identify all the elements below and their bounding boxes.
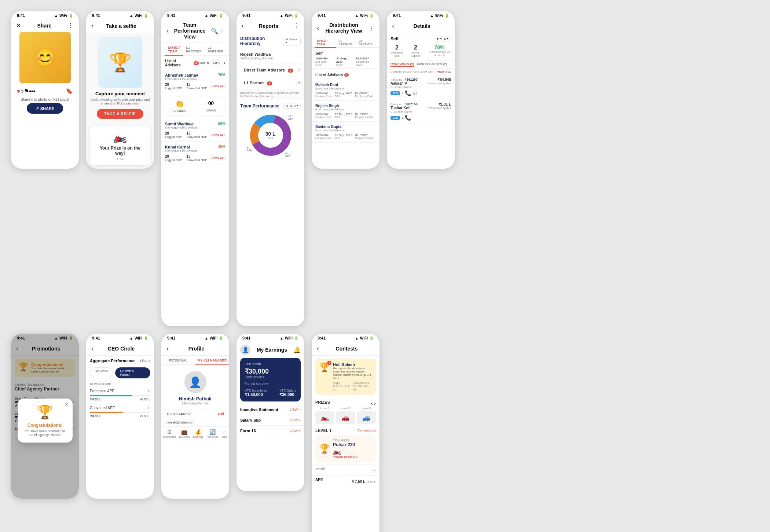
details-nav: ‹ Details [387, 19, 455, 33]
contest-desc: Here goes the description about the fest… [333, 367, 372, 380]
hierarchy-name-1: Rajesh Wadhwa [240, 52, 273, 56]
like-icon[interactable]: ○ [21, 88, 24, 95]
applause-icon: 👏 [167, 99, 192, 108]
take-selfie-button[interactable]: TAKE A SELFIE [97, 109, 143, 119]
prizes-next-icon[interactable]: › [374, 400, 376, 406]
go-alone-btn[interactable]: Go Alone [90, 367, 113, 378]
share-icon-1[interactable]: ⊡ [412, 90, 417, 96]
more-icon[interactable]: ⋮ [68, 22, 74, 29]
dist-title: Distribution Hierarchy View [319, 22, 368, 34]
prize-level-2: Level 2 🚗 [336, 407, 355, 424]
tab-personal[interactable]: PERSONAL [161, 356, 195, 365]
persistency-1: 70% [218, 73, 225, 81]
perf-filter[interactable]: ⊕ MTD ▾ [283, 103, 301, 109]
track-status-link[interactable]: TRACK STATUS > [333, 455, 358, 459]
add-converted-icon[interactable]: + [147, 405, 150, 411]
advisor-stats-2: 20 Logged NOP 13 Converted NOP VIEW ALL [165, 131, 225, 139]
dist-tab-l1[interactable]: L1 PARTNER [336, 37, 356, 48]
expand-direct-team-icon[interactable]: + [298, 67, 301, 73]
prizes-prev-icon[interactable]: ‹ [371, 400, 373, 406]
details-expand-label: Details [315, 467, 326, 473]
call-icon-1[interactable]: 📞 [405, 90, 411, 96]
renewals-tab[interactable]: RENEWALS (2) [390, 62, 414, 67]
status-icons-3: ▲WiFi🔋 [205, 14, 223, 18]
dist-date-label: DOJ [336, 63, 353, 67]
more-icon-3[interactable]: ⋮ [218, 27, 224, 34]
advisor-card-2: Sumit Wadhwa Executive Life Advisor 50% … [161, 119, 229, 142]
share-button[interactable]: ↗ SHARE [27, 103, 63, 114]
profile-tabs: PERSONAL MY KLI MANAGER [161, 356, 229, 365]
heart-icon[interactable]: ♥ [17, 88, 21, 95]
nav-business[interactable]: 💼 Business [179, 429, 190, 438]
nav-renewals[interactable]: 🔄 Renewals [207, 429, 218, 438]
tab-kli-manager[interactable]: MY KLI MANAGER [195, 356, 230, 365]
ceo-nav-title: CEO Circle [94, 346, 149, 352]
popup-close-button[interactable]: ✕ [65, 401, 69, 407]
dist-advisor-1: Mahesh Raut Executive Life Advisor 10994… [312, 80, 380, 101]
tab-l1-partner[interactable]: L1 PARTNER [183, 43, 205, 56]
minor-lapses-tab[interactable]: MINOR LAPSES (2) [417, 62, 447, 67]
form16-view-btn[interactable]: VIEW > [289, 429, 301, 433]
sort-link-10[interactable]: Sort ↕ [428, 70, 436, 73]
sort-label-3[interactable]: Sort [199, 61, 205, 65]
nav-more[interactable]: ≡ More [221, 429, 227, 438]
profile-name: Nimish Pathak [161, 396, 229, 401]
nav-earnings[interactable]: 💰 Earnings [193, 429, 203, 438]
chevron-down-icon-3[interactable]: ▾ [224, 61, 225, 65]
incentive-view-btn[interactable]: VIEW > [289, 408, 301, 411]
conv-label-level[interactable]: Conversions [358, 429, 376, 432]
dist-tab-l2[interactable]: L2 PARTNER [356, 37, 377, 48]
go-with-partner-btn[interactable]: Go with a Partner [115, 367, 150, 378]
cum-amount-2: ₹3.00 L [90, 414, 102, 418]
policy-tags-2: ECS 1 📞 [390, 115, 451, 121]
dist-adv-codes-1: 10994664 Life Asia Code 30 Aug, 2017 DOJ… [315, 92, 376, 98]
prizes-title: PRIZES [315, 400, 330, 404]
status-icons-6: ▲WiFi🔋 [129, 336, 148, 340]
call-icon-2[interactable]: 📞 [405, 115, 411, 121]
sort-icon[interactable]: ⇅ [206, 61, 209, 65]
status-icons-7: ▲WiFi🔋 [205, 336, 223, 340]
tab-l2-partner[interactable]: L2 PARTNER [205, 43, 226, 56]
view-all-2[interactable]: VIEW ALL [212, 133, 225, 137]
view-all-3[interactable]: VIEW ALL [212, 157, 225, 160]
more-icon-8[interactable]: ⋮ [368, 25, 374, 32]
more-dots-icon[interactable]: ••• [29, 88, 35, 95]
salary-view-btn[interactable]: VIEW > [289, 418, 301, 422]
add-protection-icon[interactable]: + [147, 388, 150, 394]
contest-holi-card: 🏆 1 Holi Splash Here goes the descriptio… [315, 359, 376, 395]
close-icon[interactable]: ✕ [16, 22, 21, 29]
tab-direct-team[interactable]: DIRECT TEAM [165, 43, 183, 56]
flag-icon[interactable]: ⚑ [24, 88, 29, 95]
collapse-details-icon[interactable]: − [373, 467, 376, 473]
expand-l1-partner-icon[interactable]: + [298, 80, 301, 85]
watch-button[interactable]: 👁 Watch [197, 96, 226, 116]
reports-title: Reports [244, 23, 293, 29]
filter-row-3: Sort ⇅ MTD ▾ [199, 60, 225, 66]
mtd-filter[interactable]: MTD [211, 60, 222, 66]
applause-button[interactable]: 👏 Applause [165, 96, 194, 116]
call-button[interactable]: Call [218, 412, 224, 416]
last-month-label: Last month [245, 362, 296, 366]
view-all-1[interactable]: VIEW ALL [212, 85, 225, 88]
screen-share: 9:41 ▲ WiFi 🔋 ✕ Share ⋮ 😊 ♥ ○ ⚑ ••• [11, 11, 79, 169]
applause-label: Applause [167, 109, 192, 113]
bookmark-icon[interactable]: 🔖 [66, 88, 73, 95]
view-all-renewals[interactable]: VIEW ALL [437, 70, 451, 73]
cum-values-1: ₹4.50 L /6.50 L [90, 397, 150, 401]
dist-list-header: List of Advisors 6 [312, 70, 380, 80]
dist-tab-direct[interactable]: DIRECT TEAM [315, 37, 336, 48]
filter-icon-6[interactable]: Filter ≡ [140, 359, 150, 363]
mtd-filter-10[interactable]: ⊕ MTD ▾ [434, 36, 451, 41]
form16-row: Form 16 VIEW > [236, 426, 304, 436]
conv-dates: Feb 20 - Mar 20 [353, 385, 373, 391]
time-7: 9:41 [167, 336, 175, 340]
screen-earnings: 9:41 ▲WiFi🔋 👤 My Earnings 🔔 Last month ₹… [236, 334, 304, 491]
bell-icon[interactable]: 🔔 [293, 346, 301, 353]
date-filter-4[interactable]: ⊕ Today ▾ [283, 37, 301, 45]
details-self-label: Self [390, 36, 399, 41]
search-icon-3[interactable]: 🔍 [211, 27, 218, 34]
prize-level-label-1: Level 1 [315, 407, 334, 410]
nav-dashboard[interactable]: ⊞ Dashboard [163, 429, 176, 438]
dist-advisor-2: Brijesh Singh Executive Life Advisor 109… [312, 101, 380, 122]
more-icon-4[interactable]: ⋮ [293, 22, 299, 29]
